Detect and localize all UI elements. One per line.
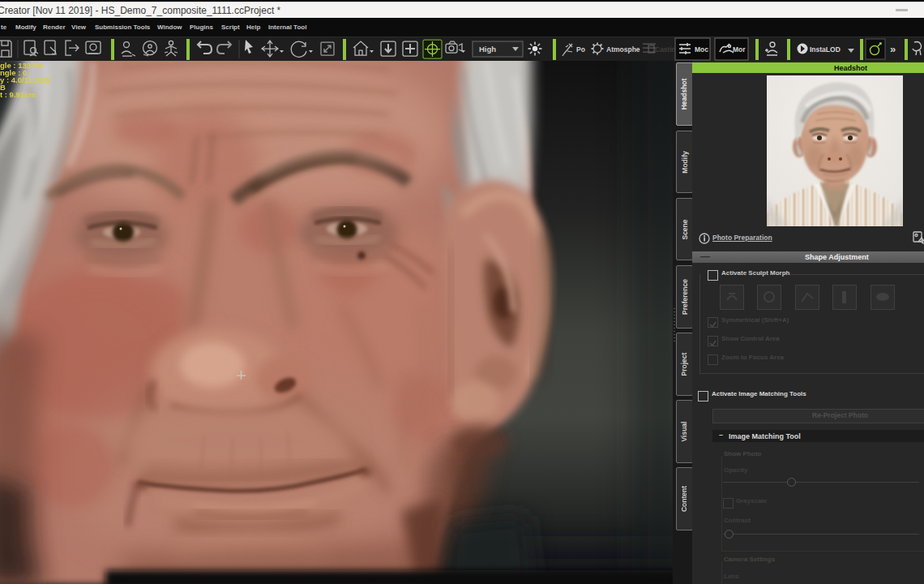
svg-text:Mor: Mor <box>733 45 746 54</box>
svg-text:»: » <box>890 43 896 55</box>
svg-text:Moc: Moc <box>695 45 708 54</box>
svg-text:High: High <box>479 45 496 54</box>
svg-text:Castin: Castin <box>655 45 676 54</box>
svg-text:InstaLOD: InstaLOD <box>810 45 841 54</box>
svg-text:Atmosphe: Atmosphe <box>606 45 640 54</box>
svg-text:Po: Po <box>576 45 585 54</box>
